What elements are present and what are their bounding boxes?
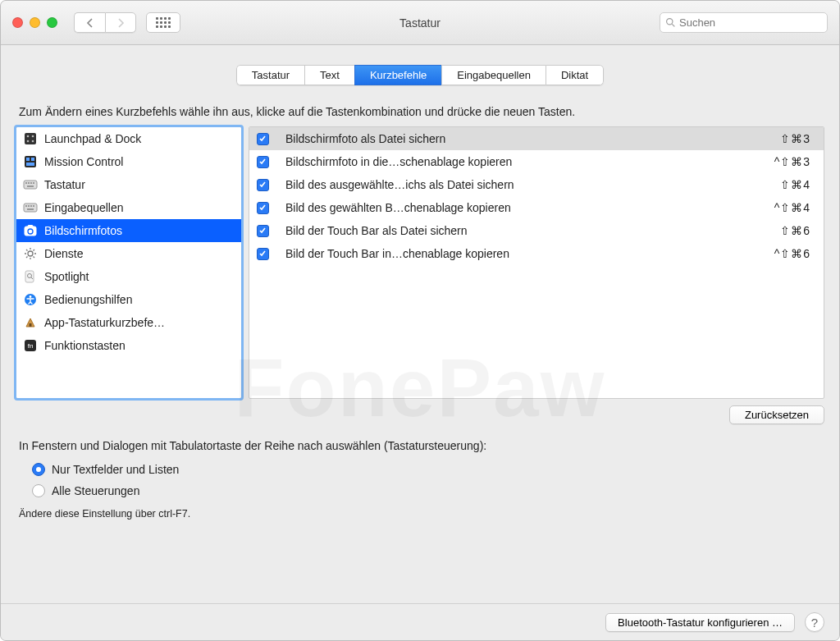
shortcut-keys[interactable]: ^⇧⌘3 bbox=[774, 155, 810, 168]
radio-button[interactable] bbox=[32, 484, 45, 497]
category-item[interactable]: Spotlight bbox=[16, 265, 241, 288]
category-label: Funktionstasten bbox=[44, 339, 126, 352]
svg-line-1 bbox=[672, 24, 674, 26]
shortcut-label: Bild der Touch Bar als Datei sichern bbox=[276, 224, 780, 237]
shortcut-label: Bildschirmfoto als Datei sichern bbox=[276, 132, 780, 145]
shortcut-row[interactable]: Bildschirmfoto als Datei sichern⇧⌘3 bbox=[249, 127, 824, 150]
screenshot-icon bbox=[23, 223, 38, 238]
search-field[interactable] bbox=[660, 12, 828, 33]
svg-rect-20 bbox=[30, 205, 32, 207]
back-button[interactable] bbox=[74, 12, 105, 33]
svg-line-33 bbox=[26, 257, 28, 259]
shortcut-row[interactable]: Bild der Touch Bar als Datei sichern⇧⌘6 bbox=[249, 219, 824, 242]
category-item[interactable]: Bildschirmfotos bbox=[16, 219, 241, 242]
shortcut-row[interactable]: Bild des gewählten B…chenablage kopieren… bbox=[249, 196, 824, 219]
shortcut-keys[interactable]: ⇧⌘4 bbox=[780, 178, 810, 191]
svg-rect-35 bbox=[25, 271, 34, 282]
svg-rect-11 bbox=[24, 181, 37, 189]
shortcut-row[interactable]: Bild des ausgewählte…ichs als Datei sich… bbox=[249, 173, 824, 196]
category-item[interactable]: App-Tastaturkurzbefe… bbox=[16, 311, 241, 334]
category-item[interactable]: Mission Control bbox=[16, 150, 241, 173]
accessibility-icon bbox=[23, 292, 38, 307]
chevron-right-icon bbox=[117, 18, 125, 28]
close-window-button[interactable] bbox=[12, 17, 23, 28]
shortcut-keys[interactable]: ⇧⌘6 bbox=[780, 224, 810, 237]
svg-point-4 bbox=[32, 135, 34, 138]
shortcut-checkbox[interactable] bbox=[257, 133, 269, 145]
shortcut-label: Bild der Touch Bar in…chenablage kopiere… bbox=[276, 247, 774, 260]
svg-text:fn: fn bbox=[28, 342, 34, 350]
keyboard-icon bbox=[23, 177, 38, 192]
tab-navigation-radio-group: Nur Textfelder und ListenAlle Steuerunge… bbox=[32, 459, 824, 501]
app-icon bbox=[23, 315, 38, 330]
category-label: Eingabequellen bbox=[44, 201, 124, 214]
radio-option[interactable]: Nur Textfelder und Listen bbox=[32, 459, 824, 480]
help-button[interactable]: ? bbox=[805, 612, 824, 632]
content-area: FonePaw TastaturTextKurzbefehleEingabequ… bbox=[1, 45, 839, 640]
forward-button[interactable] bbox=[105, 12, 136, 33]
category-item[interactable]: Dienste bbox=[16, 242, 241, 265]
shortcut-keys[interactable]: ⇧⌘3 bbox=[780, 132, 810, 145]
category-item[interactable]: Launchpad & Dock bbox=[16, 127, 241, 150]
svg-rect-18 bbox=[25, 205, 27, 207]
check-icon bbox=[258, 135, 267, 143]
search-input[interactable] bbox=[679, 16, 822, 29]
category-list[interactable]: Launchpad & DockMission ControlTastaturE… bbox=[16, 126, 242, 399]
footer: Bluetooth-Tastatur konfigurieren … ? bbox=[1, 603, 839, 640]
shortcut-checkbox[interactable] bbox=[257, 156, 269, 168]
svg-line-32 bbox=[34, 257, 35, 259]
tab-bar: TastaturTextKurzbefehleEingabequellenDik… bbox=[16, 65, 824, 85]
category-label: Dienste bbox=[44, 247, 83, 260]
tab-text[interactable]: Text bbox=[304, 65, 354, 85]
shortcut-checkbox[interactable] bbox=[257, 179, 269, 191]
svg-rect-14 bbox=[30, 182, 32, 184]
svg-rect-2 bbox=[25, 133, 36, 144]
spotlight-icon bbox=[23, 269, 38, 284]
tab-kurzbefehle[interactable]: Kurzbefehle bbox=[354, 65, 441, 85]
tab-eingabequellen[interactable]: Eingabequellen bbox=[441, 65, 546, 85]
shortcut-checkbox[interactable] bbox=[257, 202, 269, 214]
shortcut-keys[interactable]: ^⇧⌘6 bbox=[774, 247, 810, 260]
svg-rect-12 bbox=[25, 182, 27, 184]
category-item[interactable]: fnFunktionstasten bbox=[16, 334, 241, 357]
preferences-window: Tastatur FonePaw TastaturTextKurzbefehle… bbox=[0, 0, 840, 641]
shortcut-keys[interactable]: ^⇧⌘4 bbox=[774, 201, 810, 214]
shortcut-list[interactable]: Bildschirmfoto als Datei sichern⇧⌘3Bilds… bbox=[249, 126, 824, 399]
category-label: Tastatur bbox=[44, 178, 85, 191]
zoom-window-button[interactable] bbox=[47, 17, 57, 28]
category-item[interactable]: Bedienungshilfen bbox=[16, 288, 241, 311]
radio-button[interactable] bbox=[32, 463, 45, 476]
svg-rect-25 bbox=[28, 226, 33, 228]
minimize-window-button[interactable] bbox=[30, 17, 40, 28]
show-all-button[interactable] bbox=[146, 12, 180, 33]
category-label: Launchpad & Dock bbox=[44, 132, 141, 145]
search-icon bbox=[665, 17, 676, 28]
check-icon bbox=[258, 158, 267, 166]
shortcut-row[interactable]: Bild der Touch Bar in…chenablage kopiere… bbox=[249, 242, 824, 265]
shortcut-row[interactable]: Bildschirmfoto in die…schenablage kopier… bbox=[249, 150, 824, 173]
tab-diktat[interactable]: Diktat bbox=[546, 65, 604, 85]
shortcut-label: Bild des ausgewählte…ichs als Datei sich… bbox=[276, 178, 780, 191]
check-icon bbox=[258, 204, 267, 212]
svg-rect-10 bbox=[26, 163, 34, 166]
reset-button[interactable]: Zurücksetzen bbox=[729, 405, 824, 424]
shortcut-checkbox[interactable] bbox=[257, 248, 269, 260]
svg-point-39 bbox=[30, 295, 32, 298]
category-item[interactable]: Tastatur bbox=[16, 173, 241, 196]
bluetooth-keyboard-button[interactable]: Bluetooth-Tastatur konfigurieren … bbox=[605, 613, 795, 632]
svg-rect-21 bbox=[33, 205, 34, 207]
shortcut-checkbox[interactable] bbox=[257, 225, 269, 237]
category-item[interactable]: Eingabequellen bbox=[16, 196, 241, 219]
svg-rect-22 bbox=[27, 208, 34, 210]
tab-tastatur[interactable]: Tastatur bbox=[236, 65, 304, 85]
fn-icon: fn bbox=[23, 338, 38, 353]
mission-icon bbox=[23, 154, 38, 169]
radio-option[interactable]: Alle Steuerungen bbox=[32, 480, 824, 501]
svg-point-0 bbox=[667, 19, 673, 25]
keyboard-icon bbox=[23, 200, 38, 215]
nav-buttons bbox=[74, 12, 136, 33]
check-icon bbox=[258, 250, 267, 258]
svg-rect-19 bbox=[28, 205, 30, 207]
svg-rect-9 bbox=[31, 158, 34, 161]
check-icon bbox=[258, 227, 267, 235]
